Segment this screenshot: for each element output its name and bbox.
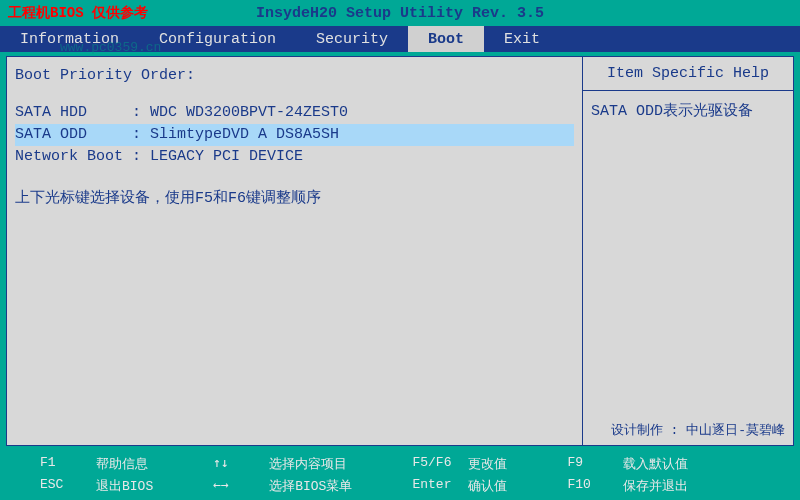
boot-device-row[interactable]: Network Boot : LEGACY PCI DEVICE — [15, 146, 574, 168]
keyhint-change: F5/F6 更改值 — [412, 455, 507, 473]
utility-title: InsydeH20 Setup Utility Rev. 3.5 — [256, 5, 544, 22]
keyhint-exit: ESC 退出BIOS — [40, 477, 153, 495]
keydesc-save-exit: 保存并退出 — [623, 477, 688, 495]
key-f10: F10 — [567, 477, 607, 495]
keydesc-help: 帮助信息 — [96, 455, 148, 473]
key-f5f6: F5/F6 — [412, 455, 452, 473]
keyhint-updown: ↑↓ 选择内容项目 — [213, 455, 352, 473]
main-panel: Boot Priority Order: SATA HDD : WDC WD32… — [7, 57, 583, 445]
key-f9: F9 — [567, 455, 607, 473]
keydesc-exit: 退出BIOS — [96, 477, 153, 495]
tab-information[interactable]: Information — [0, 26, 139, 52]
content-area: Boot Priority Order: SATA HDD : WDC WD32… — [0, 52, 800, 450]
tab-boot[interactable]: Boot — [408, 26, 484, 52]
help-text: SATA ODD表示光驱设备 — [591, 103, 753, 120]
footer-keyhints: F1 帮助信息 ESC 退出BIOS ↑↓ 选择内容项目 ←→ 选择BIOS菜单… — [0, 450, 800, 500]
leftright-arrow-icon: ←→ — [213, 477, 253, 495]
keydesc-select-menu: 选择BIOS菜单 — [269, 477, 352, 495]
updown-arrow-icon: ↑↓ — [213, 455, 253, 473]
boot-device-row[interactable]: SATA ODD : SlimtypeDVD A DS8A5SH — [15, 124, 574, 146]
key-f1: F1 — [40, 455, 80, 473]
keyhint-save: F10 保存并退出 — [567, 477, 688, 495]
keydesc-select-item: 选择内容项目 — [269, 455, 347, 473]
reference-warning: 工程机BIOS 仅供参考 — [0, 4, 148, 22]
help-panel: Item Specific Help SATA ODD表示光驱设备 设计制作 :… — [583, 57, 793, 445]
keyhint-defaults: F9 载入默认值 — [567, 455, 688, 473]
keyhint-leftright: ←→ 选择BIOS菜单 — [213, 477, 352, 495]
keydesc-defaults: 载入默认值 — [623, 455, 688, 473]
keyhint-enter: Enter 确认值 — [412, 477, 507, 495]
content-frame: Boot Priority Order: SATA HDD : WDC WD32… — [6, 56, 794, 446]
credit-text: 设计制作 : 中山逐日-莫碧峰 — [591, 421, 785, 439]
help-title: Item Specific Help — [583, 57, 793, 91]
boot-priority-header: Boot Priority Order: — [15, 67, 574, 84]
help-body: SATA ODD表示光驱设备 设计制作 : 中山逐日-莫碧峰 — [583, 91, 793, 445]
tab-security[interactable]: Security — [296, 26, 408, 52]
instruction-text: 上下光标键选择设备，使用F5和F6键调整顺序 — [15, 188, 574, 207]
key-enter: Enter — [412, 477, 452, 495]
tab-bar: Information Configuration Security Boot … — [0, 26, 800, 52]
boot-device-row[interactable]: SATA HDD : WDC WD3200BPVT-24ZEST0 — [15, 102, 574, 124]
tab-configuration[interactable]: Configuration — [139, 26, 296, 52]
tab-exit[interactable]: Exit — [484, 26, 560, 52]
keyhint-help: F1 帮助信息 — [40, 455, 153, 473]
keydesc-change: 更改值 — [468, 455, 507, 473]
key-esc: ESC — [40, 477, 80, 495]
keydesc-confirm: 确认值 — [468, 477, 507, 495]
boot-device-list: SATA HDD : WDC WD3200BPVT-24ZEST0SATA OD… — [15, 102, 574, 168]
title-bar: 工程机BIOS 仅供参考 InsydeH20 Setup Utility Rev… — [0, 0, 800, 26]
